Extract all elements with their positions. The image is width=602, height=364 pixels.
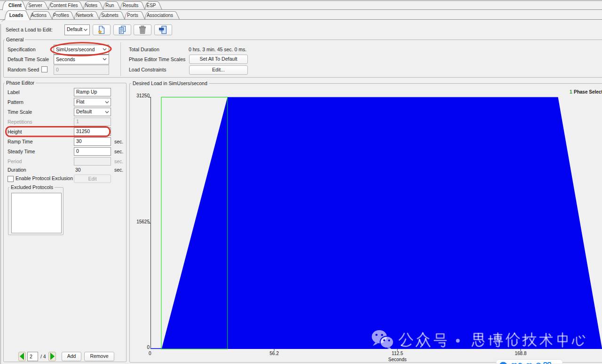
svg-text:0: 0 (147, 345, 150, 350)
svg-text:168.8: 168.8 (515, 351, 526, 356)
svg-text:56.2: 56.2 (269, 351, 279, 356)
svg-text:112.5: 112.5 (392, 351, 404, 356)
svg-text:31250: 31250 (136, 93, 150, 98)
svg-text:Seconds: Seconds (388, 357, 407, 362)
svg-text:1: 1 (570, 89, 572, 95)
svg-text:0: 0 (149, 351, 151, 356)
svg-text:Phase Selected: Phase Selected (574, 89, 602, 95)
svg-text:15625: 15625 (136, 219, 150, 224)
